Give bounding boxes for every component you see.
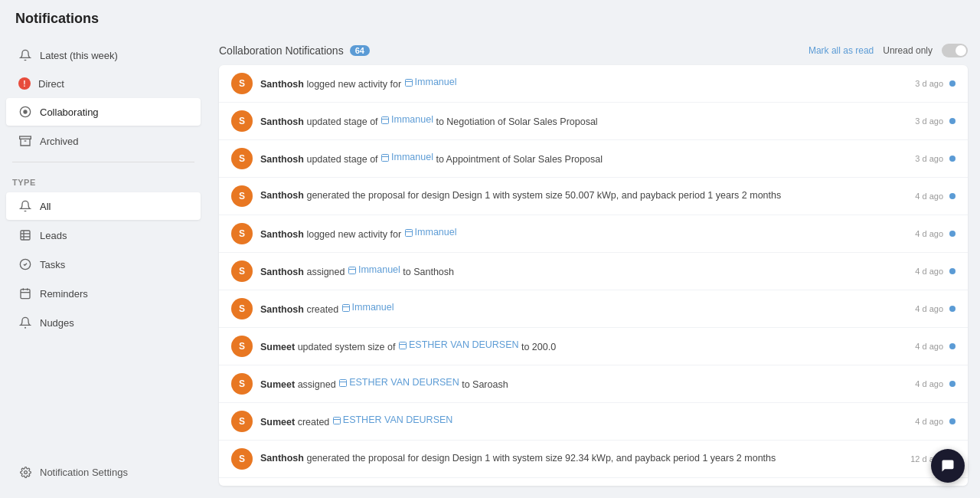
notification-content: Santhosh assigned Immanuel to Santhosh [260,264,907,279]
notification-meta: 4 d ago [915,192,956,201]
notification-link[interactable]: ESTHER VAN DEURSEN [343,414,453,428]
sidebar-label-all: All [40,201,51,212]
notification-row[interactable]: SSanthosh logged new activity for Immanu… [219,215,968,253]
notification-time: 4 d ago [915,304,943,313]
notification-settings-label: Notification Settings [40,467,128,478]
unread-indicator [949,418,956,424]
avatar: S [231,448,253,470]
notification-content: Santhosh created Immanuel [260,301,907,316]
sidebar-item-archived[interactable]: Archived [6,127,201,155]
actor-name: Santhosh [260,154,304,165]
avatar: S [231,223,253,244]
content-header: Collaboration Notifications 64 Mark all … [219,34,968,65]
svg-rect-31 [333,417,340,424]
sidebar-label-collaborating: Collaborating [40,106,99,118]
notification-time: 4 d ago [915,229,943,238]
content-title-area: Collaboration Notifications 64 [219,44,370,57]
page-title: Notifications [15,11,965,27]
sidebar-item-leads[interactable]: Leads [6,221,201,249]
svg-rect-21 [405,229,412,236]
sidebar-item-latest[interactable]: Latest (this week) [6,41,201,69]
notification-row[interactable]: SSanthosh updated stage of Immanuel to N… [219,103,968,140]
svg-rect-23 [348,267,355,274]
unread-indicator [949,231,956,237]
notification-count-badge: 64 [350,45,370,56]
unread-indicator [949,268,956,274]
notification-meta: 4 d ago [915,342,956,351]
sidebar-item-direct[interactable]: ! Direct [6,70,201,97]
sidebar-item-nudges[interactable]: Nudges [6,309,201,336]
sidebar-label-reminders: Reminders [40,288,88,300]
notifications-list: SSanthosh logged new activity for Immanu… [219,65,968,486]
sidebar-item-all[interactable]: All [6,192,201,220]
svg-point-1 [24,110,27,113]
unread-indicator [949,306,956,312]
notification-row[interactable]: SSanthosh logged new activity for Soham … [219,478,968,486]
unread-indicator [949,80,956,87]
avatar: S [231,185,253,207]
notification-link[interactable]: ESTHER VAN DEURSEN [349,376,459,390]
unread-only-toggle[interactable] [942,44,968,57]
notification-time: 4 d ago [915,192,943,201]
actor-name: Sumeet [260,379,295,390]
notification-link[interactable]: Immanuel [415,226,457,240]
notification-time: 4 d ago [915,417,943,426]
avatar: S [231,373,253,395]
actor-name: Santhosh [260,116,304,127]
archive-icon [18,134,32,148]
notification-content: Sumeet assigned ESTHER VAN DEURSEN to Sa… [260,376,907,392]
notification-row[interactable]: SSumeet assigned ESTHER VAN DEURSEN to S… [219,365,968,403]
notification-content: Santhosh updated stage of Immanuel to Ne… [260,113,907,129]
notification-row[interactable]: SSanthosh created Immanuel4 d ago [219,290,968,328]
sidebar-item-reminders[interactable]: Reminders [6,280,201,307]
svg-rect-2 [20,136,31,139]
sidebar-label-archived: Archived [40,136,79,147]
circle-dot-icon [18,105,32,119]
notification-content: Santhosh generated the proposal for desi… [260,452,903,466]
sidebar-label-latest: Latest (this week) [40,50,118,61]
notification-row[interactable]: SSanthosh generated the proposal for des… [219,441,968,478]
svg-rect-25 [342,304,349,311]
svg-rect-9 [21,290,30,299]
notification-link[interactable]: Immanuel [415,76,457,90]
actor-name: Santhosh [260,190,304,201]
notification-row[interactable]: SSanthosh generated the proposal for des… [219,178,968,215]
notification-link[interactable]: Immanuel [358,264,400,277]
unread-indicator [949,156,956,162]
notification-meta: 4 d ago [915,379,956,388]
unread-indicator [949,193,956,199]
notification-link[interactable]: Immanuel [391,113,433,127]
notification-time: 3 d ago [915,116,943,126]
gear-icon [18,465,32,479]
sidebar-divider [12,162,194,162]
chat-button[interactable] [931,449,965,483]
avatar: S [231,298,253,319]
unread-indicator [949,343,956,349]
avatar: S [231,336,253,357]
actor-name: Sumeet [260,342,295,352]
notification-row[interactable]: SSanthosh assigned Immanuel to Santhosh4… [219,253,968,290]
notification-time: 4 d ago [915,267,943,276]
notification-settings-button[interactable]: Notification Settings [6,458,201,486]
notification-link[interactable]: ESTHER VAN DEURSEN [409,339,519,352]
notification-row[interactable]: SSanthosh logged new activity for Immanu… [219,65,968,103]
avatar: S [231,260,253,282]
sidebar-label-nudges: Nudges [40,317,74,329]
notification-row[interactable]: SSumeet updated system size of ESTHER VA… [219,328,968,365]
notification-content: Sumeet updated system size of ESTHER VAN… [260,339,907,354]
svg-rect-15 [405,79,412,86]
mark-all-read-button[interactable]: Mark all as read [808,45,874,56]
notification-link[interactable]: Immanuel [391,151,433,165]
sidebar-label-direct: Direct [38,78,64,90]
sidebar-item-collaborating[interactable]: Collaborating [6,98,201,126]
actor-name: Santhosh [260,79,304,90]
notification-row[interactable]: SSanthosh updated stage of Immanuel to A… [219,140,968,178]
svg-rect-17 [382,116,389,123]
sidebar-item-tasks[interactable]: Tasks [6,251,201,278]
notification-link[interactable]: Immanuel [352,301,394,315]
notification-row[interactable]: SSumeet created ESTHER VAN DEURSEN4 d ag… [219,403,968,441]
sidebar-label-leads: Leads [40,230,67,241]
unread-indicator [949,118,956,124]
svg-point-14 [24,470,27,473]
sidebar-footer: Notification Settings [0,452,207,492]
